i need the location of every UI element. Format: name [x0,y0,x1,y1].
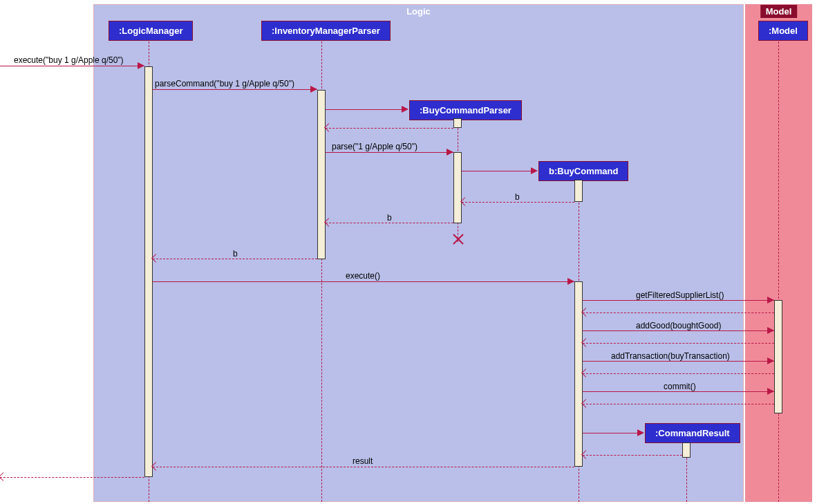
label-addtxn: addTransaction(buyTransaction) [611,351,730,361]
arrow-create-cr [583,433,643,433]
activation-buy-cmd-parser [453,118,462,128]
activation-model [774,300,782,413]
participant-model: :Model [758,21,808,41]
arrow-ret-b1 [462,202,574,203]
participant-buy-cmd: b:BuyCommand [538,161,628,181]
participant-inventory-parser: :InventoryManagerParser [261,21,391,41]
activation-buy-cmd-create [574,180,583,202]
label-parse: parse("1 g/Apple q/50") [332,142,417,151]
participant-cmd-result: :CommandResult [645,423,740,443]
arrow-addgood-ret [583,343,774,344]
arrow-getlist-head [767,297,774,304]
label-ret-b1: b [515,192,520,202]
arrow-parse-cmd-head [310,86,317,93]
participant-buy-cmd-parser: :BuyCommandParser [409,100,522,120]
arrow-addtxn [583,361,774,362]
arrow-execute-head [567,278,574,285]
arrow-parse-cmd [153,89,317,90]
label-exec-entry: execute("buy 1 g/Apple q/50") [14,55,124,65]
arrow-cr-ret [583,455,682,456]
label-parse-cmd: parseCommand("buy 1 g/Apple q/50") [155,79,294,88]
arrow-create-bc [462,171,536,171]
lifeline-model [778,41,779,502]
label-execute: execute() [346,271,380,281]
arrow-ret-b3 [153,259,317,259]
activation-inv-parser [317,90,326,259]
activation-buy-cmd-exec [574,281,583,467]
activation-buy-cmd-parser-2 [453,152,462,223]
arrow-execute [153,281,574,282]
arrow-create-bc-head [531,167,538,174]
label-addgood: addGood(boughtGood) [636,321,721,330]
label-result: result [353,456,373,466]
label-ret-b3: b [233,249,238,259]
label-commit: commit() [664,382,696,391]
activation-cmd-result [682,442,691,458]
arrow-exec-entry [0,66,144,66]
arrow-create-bcp [326,109,407,110]
arrow-addtxn-ret [583,373,774,374]
frame-model-label: Model [760,5,798,18]
arrow-create-bcp-head [402,106,409,113]
arrow-getlist-ret [583,312,774,313]
arrow-commit-ret [583,404,774,404]
arrow-addtxn-head [767,357,774,364]
frame-logic-label: Logic [400,5,438,18]
arrow-ret-b2 [326,223,453,223]
label-getlist: getFilteredSupplierList() [636,290,724,300]
arrow-result [153,467,574,467]
arrow-exit [0,477,144,478]
label-ret-b2: b [387,213,392,223]
arrow-parse [326,152,453,153]
arrow-getlist [583,300,774,301]
arrow-parse-head [447,149,453,156]
arrow-ret-bcp [326,128,453,129]
arrow-commit [583,391,774,392]
arrow-create-cr-head [637,429,644,436]
activation-logic-manager [144,66,153,477]
participant-logic-manager: :LogicManager [109,21,193,41]
destroy-buy-cmd-parser [451,232,464,246]
arrow-addgood-head [767,327,774,334]
arrow-commit-head [767,388,774,395]
arrow-addgood [583,330,774,331]
arrow-exec-entry-head [138,62,144,69]
